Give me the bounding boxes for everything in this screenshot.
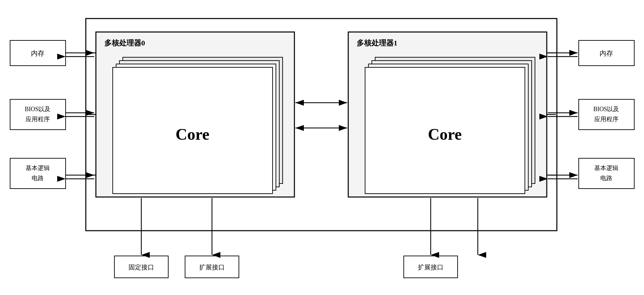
svg-text:基本逻辑: 基本逻辑 — [26, 165, 50, 171]
svg-rect-13 — [368, 64, 528, 190]
diagram-container: Core Core 多核处理器0 多核处理器1 内存 BIOS以及 应用程序 基… — [0, 0, 644, 295]
svg-rect-32 — [579, 158, 634, 189]
svg-rect-5 — [96, 32, 294, 197]
svg-text:BIOS以及: BIOS以及 — [593, 106, 619, 112]
svg-rect-35 — [114, 256, 168, 278]
svg-rect-9 — [116, 64, 276, 190]
svg-rect-27 — [579, 40, 634, 66]
svg-text:电路: 电路 — [600, 175, 612, 182]
svg-text:固定接口: 固定接口 — [129, 264, 154, 271]
svg-rect-4 — [86, 19, 557, 231]
svg-text:Core: Core — [428, 125, 462, 143]
svg-text:BIOS以及: BIOS以及 — [25, 106, 50, 112]
svg-rect-12 — [372, 61, 532, 187]
svg-rect-8 — [119, 61, 279, 187]
svg-rect-14 — [365, 67, 525, 194]
svg-rect-7 — [123, 57, 283, 184]
svg-rect-21 — [10, 99, 66, 130]
svg-text:Core: Core — [176, 125, 209, 143]
svg-text:电路: 电路 — [32, 175, 44, 182]
svg-text:内存: 内存 — [600, 50, 613, 57]
svg-text:内存: 内存 — [31, 50, 44, 57]
svg-text:多核处理器0: 多核处理器0 — [104, 39, 145, 47]
svg-rect-6 — [348, 32, 547, 197]
svg-rect-29 — [579, 99, 634, 130]
svg-rect-19 — [10, 40, 66, 66]
svg-text:扩展接口: 扩展接口 — [418, 264, 443, 271]
svg-text:多核处理器1: 多核处理器1 — [357, 39, 397, 47]
svg-rect-24 — [10, 158, 66, 189]
svg-rect-39 — [404, 256, 458, 278]
arrows-svg: Core Core 多核处理器0 多核处理器1 内存 BIOS以及 应用程序 基… — [0, 0, 644, 295]
svg-text:应用程序: 应用程序 — [594, 116, 618, 123]
svg-text:应用程序: 应用程序 — [26, 116, 50, 123]
svg-text:基本逻辑: 基本逻辑 — [594, 165, 618, 171]
svg-rect-11 — [375, 57, 535, 184]
svg-rect-37 — [185, 256, 239, 278]
svg-text:扩展接口: 扩展接口 — [199, 264, 225, 271]
svg-rect-10 — [113, 67, 273, 194]
